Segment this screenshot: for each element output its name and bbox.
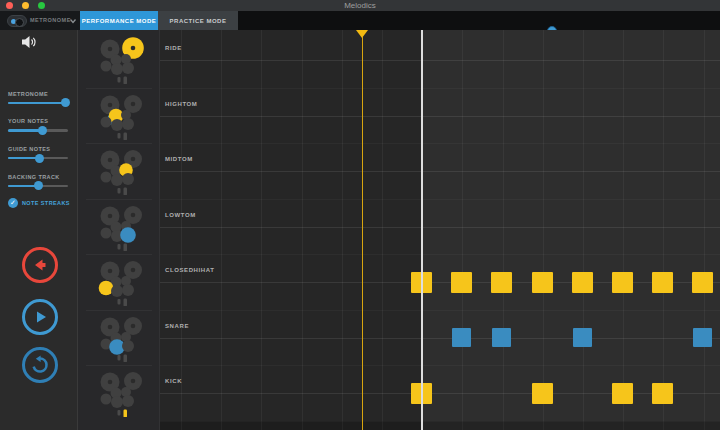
beat-gridline [302, 30, 303, 430]
slider-label: GUIDE NOTES [8, 146, 50, 152]
lane-label-closedhihat: CLOSEDHIHAT [165, 267, 215, 273]
loop-button[interactable] [22, 347, 58, 383]
note-grid[interactable]: RIDE HIGHTOM MIDTOM LOWTOM CLOSEDHIHAT S… [160, 30, 720, 430]
now-line [421, 30, 423, 430]
kit-separator [86, 254, 152, 255]
beat-gridline [663, 30, 664, 430]
lane-label-snare: SNARE [165, 323, 189, 329]
note-streaks-label: NOTE STREAKS [22, 200, 70, 206]
kit-icon-kick[interactable] [95, 369, 151, 417]
beat-gridline [221, 30, 222, 430]
note-closedhihat[interactable] [451, 272, 472, 293]
beat-gridline [704, 30, 705, 430]
metronome-dropdown-label[interactable]: METRONOME [30, 17, 71, 23]
slider-knob[interactable] [38, 126, 47, 135]
note-closedhihat[interactable] [652, 272, 673, 293]
note-kick[interactable] [652, 383, 673, 404]
lane-label-ride: RIDE [165, 45, 182, 51]
beat-gridline [261, 30, 262, 430]
kit-separator [86, 88, 152, 89]
lane-boundary [160, 88, 720, 89]
kit-separator [86, 143, 152, 144]
lane-label-midtom: MIDTOM [165, 156, 193, 162]
note-kick[interactable] [532, 383, 553, 404]
back-button[interactable] [22, 247, 58, 283]
upcoming-region [421, 30, 720, 430]
note-closedhihat[interactable] [692, 272, 713, 293]
note-kick[interactable] [612, 383, 633, 404]
chevron-down-icon[interactable] [69, 17, 77, 25]
tab-performance-mode[interactable]: PERFORMANCE MODE [80, 11, 158, 30]
lane-boundary [160, 199, 720, 200]
lane-line [160, 227, 720, 228]
slider-label: YOUR NOTES [8, 118, 48, 124]
lane-label-kick: KICK [165, 378, 182, 384]
slider-knob[interactable] [61, 98, 70, 107]
note-closedhihat[interactable] [491, 272, 512, 293]
title-bar: Melodics [0, 0, 720, 11]
lane-line [160, 116, 720, 117]
kit-separator [86, 199, 152, 200]
lane-line [160, 60, 720, 61]
note-closedhihat[interactable] [612, 272, 633, 293]
beat-gridline [623, 30, 624, 430]
kit-icon-hightom[interactable] [95, 92, 151, 140]
kit-separator [86, 365, 152, 366]
kit-icon-ride[interactable] [95, 36, 151, 84]
tab-practice-label: PRACTICE MODE [170, 18, 227, 24]
lane-label-lowtom: LOWTOM [165, 212, 196, 218]
slider-knob[interactable] [34, 181, 43, 190]
kit-icon-hihat[interactable] [95, 258, 151, 306]
playhead-line [362, 37, 364, 430]
grid-bottom-strip [160, 421, 720, 430]
beat-gridline [583, 30, 584, 430]
lane-label-hightom: HIGHTOM [165, 101, 197, 107]
note-closedhihat[interactable] [532, 272, 553, 293]
toolbar: METRONOME PERFORMANCE MODE PRACTICE MODE [0, 11, 720, 30]
kit-icon-snare[interactable] [95, 314, 151, 362]
slider-label: METRONOME [8, 91, 48, 97]
beat-gridline [342, 30, 343, 430]
beat-gridline [543, 30, 544, 430]
toggle-knob [15, 18, 24, 27]
slider-knob[interactable] [35, 154, 44, 163]
lane-line [160, 338, 720, 339]
lane-boundary [160, 143, 720, 144]
note-snare[interactable] [492, 328, 511, 347]
metronome-toggle[interactable] [7, 15, 27, 27]
drum-kit-column [78, 30, 160, 430]
lane-line [160, 282, 720, 283]
kit-icon-lowtom[interactable] [95, 203, 151, 251]
slider-label: BACKING TRACK [8, 174, 60, 180]
tab-performance-label: PERFORMANCE MODE [82, 18, 157, 24]
kit-icon-midtom[interactable] [95, 147, 151, 195]
lane-boundary [160, 365, 720, 366]
sidebar: METRONOME YOUR NOTES GUIDE NOTES BACKING… [0, 30, 78, 430]
kit-separator [86, 310, 152, 311]
note-closedhihat[interactable] [572, 272, 593, 293]
speaker-icon [21, 35, 37, 49]
melodics-window: Melodics METRONOME PERFORMANCE MODE PRAC… [0, 0, 720, 430]
slider-fill [8, 102, 65, 105]
note-snare[interactable] [693, 328, 712, 347]
metronome-section: METRONOME [0, 11, 80, 30]
lane-boundary [160, 254, 720, 255]
beat-gridline [382, 30, 383, 430]
note-snare[interactable] [452, 328, 471, 347]
lane-line [160, 393, 720, 394]
playhead-marker-icon[interactable] [356, 30, 368, 38]
lane-boundary [160, 310, 720, 311]
note-streaks-toggle-icon[interactable]: ✓ [8, 198, 18, 208]
beat-gridline [503, 30, 504, 430]
beat-gridline [181, 30, 182, 430]
play-button[interactable] [22, 299, 58, 335]
window-title: Melodics [0, 1, 720, 10]
tab-practice-mode[interactable]: PRACTICE MODE [158, 11, 238, 30]
note-snare[interactable] [573, 328, 592, 347]
beat-gridline [462, 30, 463, 430]
lane-line [160, 171, 720, 172]
